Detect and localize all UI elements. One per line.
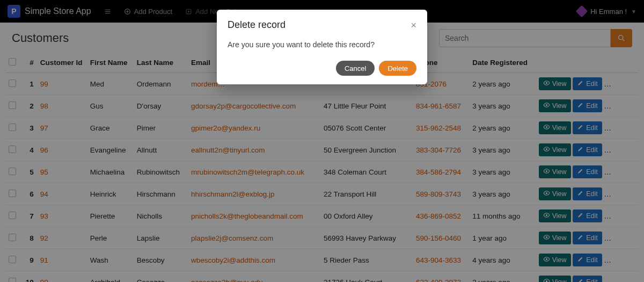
modal-overlay[interactable]: Delete record × Are you sure you want to… xyxy=(0,0,644,282)
delete-modal: Delete record × Are you sure you want to… xyxy=(217,10,427,84)
modal-body: Are you sure you want to delete this rec… xyxy=(228,31,416,61)
confirm-delete-button[interactable]: Delete xyxy=(379,61,416,76)
modal-close-button[interactable]: × xyxy=(411,20,416,30)
cancel-button[interactable]: Cancel xyxy=(336,61,375,76)
modal-title: Delete record xyxy=(228,19,411,31)
